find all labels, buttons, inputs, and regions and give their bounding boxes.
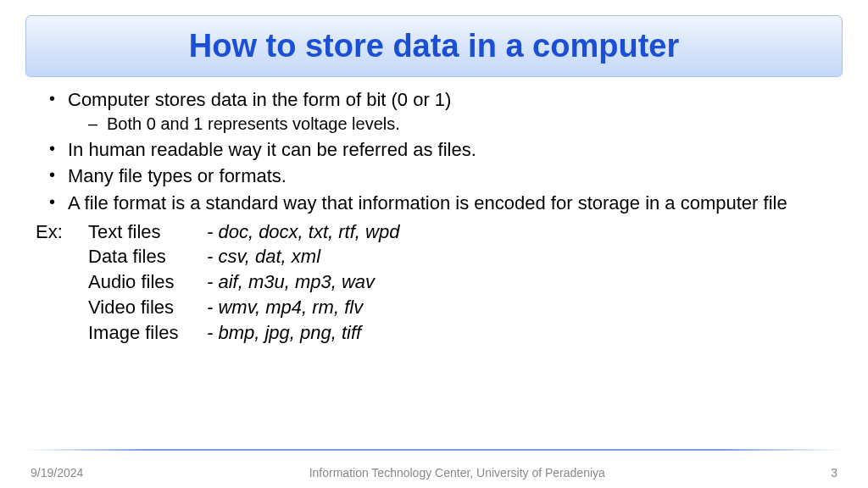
- example-prefix: Ex:: [36, 219, 88, 245]
- slide-footer: 9/19/2024 Information Technology Center,…: [0, 466, 868, 480]
- footer-divider: [25, 449, 843, 451]
- example-prefix-empty: [36, 320, 88, 346]
- bullet-item: In human readable way it can be referred…: [47, 137, 834, 163]
- slide-title: How to store data in a computer: [43, 28, 825, 64]
- sub-bullet-list: Both 0 and 1 represents voltage levels.: [88, 113, 834, 136]
- example-row: Audio files - aif, m3u, mp3, wav: [36, 269, 834, 295]
- example-formats: - doc, docx, txt, rtf, wpd: [207, 219, 399, 245]
- example-prefix-empty: [36, 295, 88, 320]
- example-row: Image files - bmp, jpg, png, tiff: [36, 320, 834, 346]
- footer-page-number: 3: [831, 466, 837, 480]
- slide-content: Computer stores data in the form of bit …: [0, 87, 868, 345]
- example-row: Video files - wmv, mp4, rm, flv: [36, 295, 834, 320]
- example-label: Video files: [88, 295, 207, 320]
- example-formats: - wmv, mp4, rm, flv: [207, 295, 363, 320]
- example-prefix-empty: [36, 269, 88, 295]
- bullet-item: Many file types or formats.: [47, 164, 834, 189]
- example-label: Audio files: [88, 269, 207, 295]
- sub-bullet-item: Both 0 and 1 represents voltage levels.: [88, 113, 834, 136]
- example-formats: - bmp, jpg, png, tiff: [207, 320, 361, 346]
- slide-title-box: How to store data in a computer: [25, 15, 843, 77]
- examples-block: Ex: Text files - doc, docx, txt, rtf, wp…: [36, 219, 834, 345]
- footer-date: 9/19/2024: [31, 466, 83, 480]
- example-label: Data files: [88, 244, 207, 269]
- example-row: Ex: Text files - doc, docx, txt, rtf, wp…: [36, 219, 834, 245]
- example-prefix-empty: [36, 244, 88, 269]
- bullet-text: Computer stores data in the form of bit …: [68, 89, 451, 110]
- example-row: Data files - csv, dat, xml: [36, 244, 834, 269]
- example-formats: - aif, m3u, mp3, wav: [207, 269, 375, 295]
- bullet-item: A file format is a standard way that inf…: [47, 191, 834, 216]
- footer-center: Information Technology Center, Universit…: [309, 466, 605, 480]
- example-label: Text files: [88, 219, 207, 245]
- example-label: Image files: [88, 320, 207, 346]
- example-formats: - csv, dat, xml: [207, 244, 320, 269]
- bullet-list: Computer stores data in the form of bit …: [47, 87, 834, 216]
- bullet-item: Computer stores data in the form of bit …: [47, 87, 834, 136]
